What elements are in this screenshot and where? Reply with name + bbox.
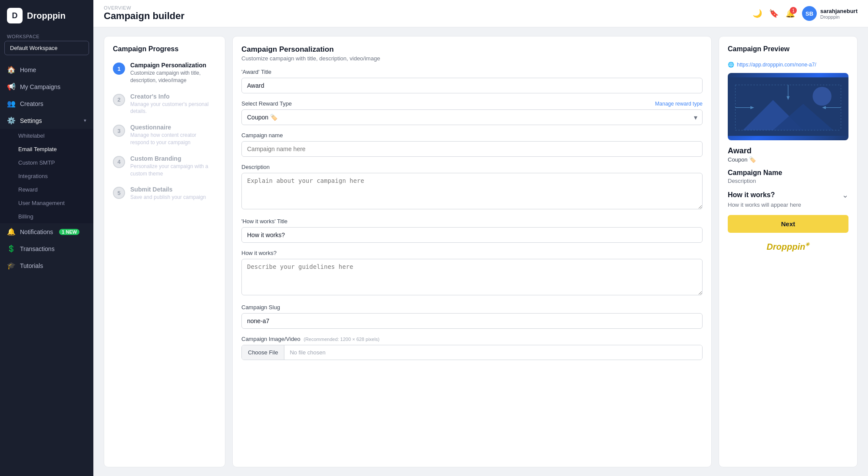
how-it-works-title-field: 'How it works' Title	[241, 218, 703, 243]
logo-box: D	[7, 8, 23, 23]
main-content: OVERVIEW Campaign builder 🌙 🔖 🔔 1 SB sar…	[93, 0, 868, 476]
preview-campaign-name: Campaign Name	[728, 169, 848, 177]
nav-label-home: Home	[20, 66, 36, 73]
sidebar-item-user-management[interactable]: User Management	[0, 196, 93, 210]
breadcrumb: OVERVIEW	[104, 5, 185, 10]
step-3: 3 Questionnaire Manage how content creat…	[113, 124, 216, 146]
app-name: Dropppin	[27, 11, 66, 21]
preview-coupon: Coupon 🏷️	[728, 156, 848, 163]
step-2: 2 Creator's Info Manage your customer's …	[113, 93, 216, 116]
chevron-down-icon: ⌄	[842, 190, 848, 200]
how-it-works-label: How it works?	[241, 250, 703, 256]
step-title-1: Campaign Personalization	[130, 62, 216, 69]
how-it-works-field: How it works?	[241, 250, 703, 297]
step-circle-5: 5	[113, 187, 125, 199]
image-hint: (Recommended: 1200 × 628 pixels)	[304, 337, 380, 342]
sidebar-item-integrations[interactable]: Integrations	[0, 169, 93, 183]
step-5: 5 Submit Details Save and publish your c…	[113, 186, 216, 201]
app-logo[interactable]: D Dropppin	[0, 0, 93, 30]
sidebar-item-creators[interactable]: 👥 Creators	[0, 95, 93, 112]
bell-icon: 🔔	[7, 228, 16, 236]
user-info[interactable]: SB sarahjaneburt Dropppin	[802, 6, 858, 21]
description-field: Description	[241, 164, 703, 211]
user-sub: Dropppin	[820, 14, 858, 20]
reward-type-select[interactable]: Coupon 🏷️ Gift Card Discount	[241, 109, 703, 125]
settings-icon: ⚙️	[7, 116, 16, 125]
step-circle-1: 1	[113, 63, 125, 75]
page-title: Campaign builder	[104, 10, 185, 22]
form-panel: Campaign Personalization Customize campa…	[232, 36, 712, 467]
campaign-name-input[interactable]	[241, 141, 703, 157]
workspace-button[interactable]: Default Workspace	[4, 41, 89, 55]
preview-description: Description	[728, 178, 848, 184]
step-desc-4: Personalize your campaign with a custom …	[130, 163, 216, 178]
step-1: 1 Campaign Personalization Customize cam…	[113, 62, 216, 84]
user-text: sarahjaneburt Dropppin	[820, 8, 858, 20]
sidebar-item-custom-smtp[interactable]: Custom SMTP	[0, 156, 93, 169]
moon-icon[interactable]: 🌙	[752, 9, 762, 18]
step-desc-3: Manage how content creator respond to yo…	[130, 132, 216, 146]
reward-type-label: Select Reward Type	[241, 100, 292, 107]
preview-image	[728, 73, 848, 140]
creators-icon: 👥	[7, 99, 16, 108]
step-desc-2: Manage your customer's personal details.	[130, 101, 216, 116]
globe-icon: 🌐	[728, 62, 734, 68]
sidebar-item-tutorials[interactable]: 🎓 Tutorials	[0, 257, 93, 274]
slug-input[interactable]	[241, 313, 703, 329]
how-it-works-input[interactable]	[241, 259, 703, 295]
description-label: Description	[241, 164, 703, 170]
step-circle-4: 4	[113, 156, 125, 168]
sidebar-item-campaigns[interactable]: 📢 My Campaigns	[0, 78, 93, 95]
preview-how-works-title: How it works?	[728, 191, 775, 199]
step-circle-3: 3	[113, 125, 125, 137]
reward-type-field: Select Reward Type Manage reward type Co…	[241, 100, 703, 125]
preview-url-text[interactable]: https://app.dropppin.com/none-a7/	[737, 62, 816, 68]
preview-heading: Campaign Preview	[728, 45, 848, 53]
preview-award: Award	[728, 146, 848, 155]
image-field: Campaign Image/Video (Recommended: 1200 …	[241, 336, 703, 360]
nav-label-creators: Creators	[20, 100, 43, 107]
form-section-desc: Customize campaign with title, descripti…	[241, 55, 703, 62]
step-circle-2: 2	[113, 94, 125, 106]
form-header: Campaign Personalization Customize campa…	[241, 45, 703, 62]
sidebar-item-email-template[interactable]: Email Template	[0, 142, 93, 156]
campaigns-icon: 📢	[7, 83, 16, 91]
home-icon: 🏠	[7, 66, 16, 74]
slug-label: Campaign Slug	[241, 304, 703, 311]
sidebar-item-whitelabel[interactable]: Whitelabel	[0, 129, 93, 142]
topbar: OVERVIEW Campaign builder 🌙 🔖 🔔 1 SB sar…	[93, 0, 868, 27]
sidebar-item-billing[interactable]: Billing	[0, 210, 93, 223]
step-title-5: Submit Details	[130, 186, 206, 193]
sidebar-item-reward[interactable]: Reward	[0, 183, 93, 196]
tutorials-icon: 🎓	[7, 261, 16, 270]
preview-how-works-desc: How it works will appear here	[728, 202, 848, 208]
notification-badge: 1 NEW	[59, 229, 79, 235]
next-button[interactable]: Next	[728, 215, 848, 233]
nav-label-notifications: Notifications	[20, 228, 53, 235]
sidebar-item-home[interactable]: 🏠 Home	[0, 61, 93, 78]
description-input[interactable]	[241, 173, 703, 209]
sidebar-item-settings[interactable]: ⚙️ Settings ▾	[0, 112, 93, 129]
sidebar-item-notifications[interactable]: 🔔 Notifications 1 NEW	[0, 223, 93, 240]
choose-file-button[interactable]: Choose File	[242, 345, 284, 360]
preview-url-row: 🌐 https://app.dropppin.com/none-a7/	[728, 62, 848, 68]
how-it-works-title-input[interactable]	[241, 227, 703, 243]
progress-heading: Campaign Progress	[113, 45, 216, 53]
notification-icon[interactable]: 🔔 1	[785, 9, 795, 18]
award-title-input[interactable]	[241, 78, 703, 93]
nav-label-tutorials: Tutorials	[20, 262, 43, 269]
manage-reward-link[interactable]: Manage reward type	[655, 101, 703, 107]
campaign-name-field: Campaign name	[241, 132, 703, 157]
bookmark-icon[interactable]: 🔖	[769, 9, 779, 18]
workspace-label: Workspace	[0, 30, 93, 41]
topbar-right: 🌙 🔖 🔔 1 SB sarahjaneburt Dropppin	[752, 6, 858, 21]
topbar-title-area: OVERVIEW Campaign builder	[104, 5, 185, 22]
step-desc-1: Customize campaign with title, descripti…	[130, 69, 216, 84]
chevron-down-icon: ▾	[84, 118, 86, 123]
how-it-works-title-label: 'How it works' Title	[241, 218, 703, 225]
reward-type-select-wrapper: Coupon 🏷️ Gift Card Discount	[241, 109, 703, 125]
image-label: Campaign Image/Video (Recommended: 1200 …	[241, 336, 703, 342]
sidebar-item-transactions[interactable]: 💲 Transactions	[0, 240, 93, 257]
file-name-display: No file chosen	[284, 345, 702, 360]
content-area: Campaign Progress 1 Campaign Personaliza…	[93, 27, 868, 476]
